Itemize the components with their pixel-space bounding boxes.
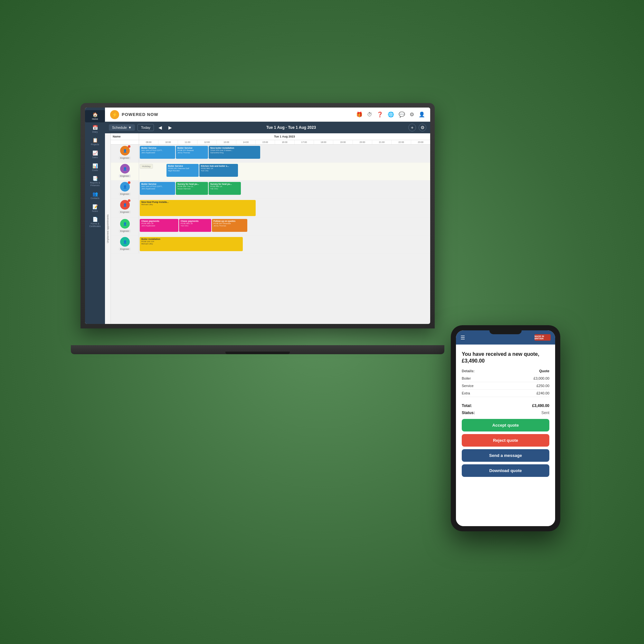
quote-table: Details: Quote Boiler £3,000.00 Service … (462, 369, 549, 397)
download-quote-button[interactable]: Download quote (462, 464, 549, 477)
avatar-wrapper-6: 👤 (120, 237, 130, 247)
costs-icon: 📊 (92, 163, 98, 168)
schedule-view-button[interactable]: Schedule ▼ (109, 124, 135, 131)
sidebar: 🏠 Home 📅 Diary 📋 Projects 📈 Sales (85, 108, 105, 324)
time-1200: 12:00 (197, 140, 217, 144)
timeline-1: Boiler Service AA1 1AA LITTLE COTT... Jo… (139, 145, 430, 162)
sidebar-item-contacts[interactable]: 👥 Contacts (85, 189, 105, 202)
sidebar-item-projects[interactable]: 📋 Projects (85, 136, 105, 148)
event-block[interactable]: Survey for heat pu... PO39 3NF The Ol...… (176, 182, 208, 195)
event-block[interactable]: Chase payments PO30 5BG 16 John Applesee… (140, 219, 178, 232)
phone-content: You have received a new quote, £3,490.00… (456, 345, 555, 526)
scene: 🏠 Home 📅 Diary 📋 Projects 📈 Sales (64, 64, 580, 580)
accept-quote-button[interactable]: Accept quote (462, 419, 549, 431)
time-1500: 15:00 (256, 140, 275, 144)
prev-button[interactable]: ◀ (156, 124, 164, 131)
time-1800: 18:00 (314, 140, 333, 144)
engineer-cell-5: 👤 Engineer (111, 218, 139, 235)
time-slots: 09:00 10:00 11:00 12:00 13:00 14:00 15:0… (139, 140, 430, 144)
event-block[interactable]: New boiler installation TD18 3TD Unit 3 … (209, 146, 260, 159)
gift-icon[interactable]: 🎁 (356, 111, 363, 118)
event-block[interactable]: Boiler installation PO30 1XA 114 Michael… (140, 237, 243, 251)
calendar-header: Name Tue 1 Aug 2023 (111, 133, 430, 140)
unplanned-text: Unplanned appointments (106, 214, 109, 243)
avatar-wrapper-1: 👤 (120, 146, 130, 156)
timeline-6: Boiler installation PO30 1XA 114 Michael… (139, 236, 430, 253)
quote-item-price-1: £250.00 (536, 384, 549, 388)
topbar: ⚡ POWERED NOW 🎁 ⏱ ❓ 🌐 💬 ⚙ 👤 (105, 108, 430, 122)
status-row: Status: Sent (462, 409, 549, 419)
calendar-area: Unplanned appointments Name Tue 1 Aug 20… (105, 133, 430, 324)
quote-title: You have received a new quote, £3,490.00 (462, 351, 549, 365)
sidebar-label-notes: Notes (92, 210, 98, 213)
engineer-label-4: Engineer (119, 211, 130, 213)
logo-circle: ⚡ (110, 110, 119, 119)
timer-icon[interactable]: ⏱ (367, 112, 372, 118)
quote-label: Quote (539, 369, 549, 373)
calendar-main: Name Tue 1 Aug 2023 09:00 10:00 (111, 133, 430, 324)
time-row: 09:00 10:00 11:00 12:00 13:00 14:00 15:0… (111, 140, 430, 145)
sidebar-item-reports[interactable]: 📑 Reports & Finances (85, 174, 105, 188)
time-1400: 14:00 (236, 140, 256, 144)
event-block[interactable]: Boiler Service AA1 1AA LITTLE COTT... Jo… (140, 146, 175, 159)
timeline-5: Chase payments PO30 5BG 16 John Applesee… (139, 218, 430, 235)
engineer-label-1: Engineer (119, 156, 130, 159)
laptop-base (71, 345, 444, 354)
contacts-icon: 👥 (92, 191, 98, 196)
main-content: ⚡ POWERED NOW 🎁 ⏱ ❓ 🌐 💬 ⚙ 👤 (105, 108, 430, 324)
event-block[interactable]: Boiler Service PO38 3YY Braesid Jenny Th… (176, 146, 208, 159)
event-block[interactable]: New Heat Pump Installa... Michael Lilley (140, 200, 256, 216)
holiday-block: Holiday (140, 164, 153, 169)
phone-menu-icon[interactable]: ☰ (460, 335, 465, 341)
event-block[interactable]: Chase payments PO30 5BG 16 Yuk Chiu (179, 219, 211, 232)
time-2100: 21:00 (372, 140, 392, 144)
notes-icon: 📝 (92, 204, 98, 209)
time-header-date: Tue 1 Aug 2023 (139, 133, 430, 140)
event-block[interactable]: Survey for heat pu... PO30 5B5 1A Yuk Ch… (209, 182, 241, 195)
chat-icon[interactable]: 💬 (399, 111, 405, 118)
total-value: £3,490.00 (532, 403, 549, 408)
event-block[interactable]: Follow up on quotes PO38 3HY Braeside Je… (212, 219, 247, 232)
calendar-body: 👤 Engineer Boiler Service AA1 1A (111, 145, 430, 324)
made-in-britain-badge: MADE IN BRITAIN (535, 334, 551, 341)
help-icon[interactable]: ❓ (377, 111, 383, 118)
notification-dot-3 (128, 181, 130, 184)
avatar-wrapper-5: 👤 (120, 219, 130, 229)
quote-item-name-0: Boiler (462, 376, 471, 380)
table-row: 👤 Engineer Chase payments PO30 5BG 16 (111, 218, 430, 236)
send-message-button[interactable]: Send a message (462, 449, 549, 462)
time-headers: Tue 1 Aug 2023 (139, 133, 430, 140)
time-1100: 11:00 (178, 140, 197, 144)
engineer-cell-6: 👤 Engineer (111, 236, 139, 253)
today-button[interactable]: Today (137, 124, 154, 131)
sidebar-label-projects: Projects (91, 143, 99, 146)
schedule-view-label: Schedule (112, 126, 127, 129)
quote-row-extra: Extra £240.00 (462, 390, 549, 397)
settings-icon[interactable]: ⚙ (410, 111, 414, 118)
sidebar-item-notes[interactable]: 📝 Notes (85, 202, 105, 214)
sidebar-item-forms[interactable]: 📄 Forms & Certificates (85, 215, 105, 229)
sidebar-item-sales[interactable]: 📈 Sales (85, 148, 105, 161)
sidebar-item-diary[interactable]: 📅 Diary (85, 123, 105, 135)
laptop: 🏠 Home 📅 Diary 📋 Projects 📈 Sales (81, 103, 435, 354)
add-event-button[interactable]: + (408, 124, 416, 131)
sidebar-item-costs[interactable]: 📊 Costs (85, 161, 105, 174)
phone: ☰ MADE IN BRITAIN You have received a ne… (451, 325, 560, 531)
event-block[interactable]: Kitchen hob and boiler s... PO30 5BG 1A … (199, 164, 238, 177)
status-label: Status: (462, 411, 475, 415)
user-icon[interactable]: 👤 (419, 111, 425, 118)
globe-icon[interactable]: 🌐 (388, 111, 394, 118)
app-name: POWERED NOW (122, 112, 158, 117)
event-block[interactable]: Boiler Service PO38 0JG Osborne Golf Nig… (166, 164, 199, 177)
time-2300: 23:00 (411, 140, 430, 144)
avatar-5: 👤 (120, 219, 130, 229)
event-block[interactable]: Boiler Service AA1 1AA LITTLE COTT... Jo… (140, 182, 175, 195)
details-label: Details: (462, 369, 475, 373)
quote-item-price-2: £240.00 (536, 391, 549, 395)
engineer-label-5: Engineer (119, 230, 130, 232)
reject-quote-button[interactable]: Reject quote (462, 434, 549, 447)
next-button[interactable]: ▶ (166, 124, 174, 131)
settings-cal-button[interactable]: ⚙ (419, 124, 426, 131)
sidebar-item-home[interactable]: 🏠 Home (85, 110, 105, 122)
schedule-dropdown-icon: ▼ (128, 126, 132, 129)
